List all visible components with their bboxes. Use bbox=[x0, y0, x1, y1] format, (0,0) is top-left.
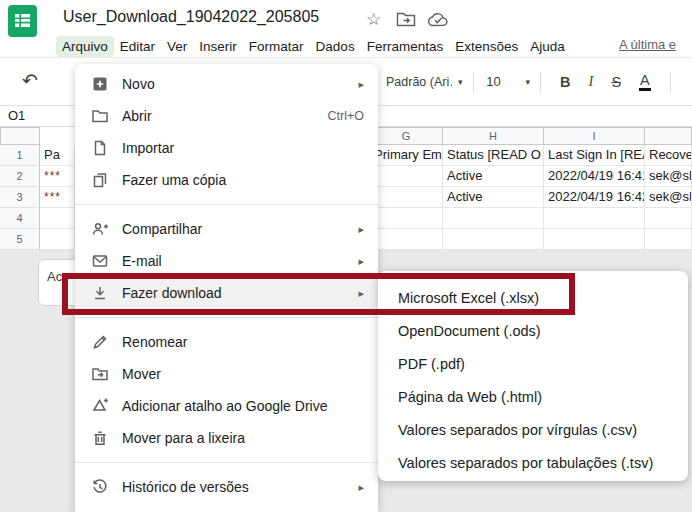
menu-separator bbox=[75, 204, 378, 205]
text-color-button[interactable]: A bbox=[639, 73, 651, 91]
file-menu-panel: Novo ▸ Abrir Ctrl+O Importar Fazer uma c… bbox=[75, 64, 378, 512]
menu-ver[interactable]: Ver bbox=[161, 36, 193, 57]
menu-item-adicionar-atalho-drive[interactable]: Adicionar atalho ao Google Drive bbox=[75, 390, 378, 422]
cell-j4[interactable] bbox=[645, 208, 692, 229]
menu-item-mover[interactable]: Mover bbox=[75, 358, 378, 390]
google-sheets-window: User_Download_19042022_205805 ☆ Arquivo … bbox=[0, 0, 692, 512]
menu-item-label: Abrir bbox=[122, 108, 328, 124]
menu-extensoes[interactable]: Extensões bbox=[449, 36, 524, 57]
menu-item-email[interactable]: E-mail ▸ bbox=[75, 245, 378, 277]
rename-pencil-icon bbox=[91, 333, 109, 351]
email-icon bbox=[91, 252, 109, 270]
cell-g1[interactable]: Primary Em bbox=[370, 145, 443, 166]
drive-shortcut-icon bbox=[91, 397, 109, 415]
menu-item-historico-de-versoes[interactable]: Histórico de versões ▸ bbox=[75, 471, 378, 503]
cell-i2[interactable]: 2022/04/19 16:41 bbox=[544, 166, 645, 187]
cell-g4[interactable] bbox=[370, 208, 443, 229]
move-to-folder-icon[interactable] bbox=[396, 11, 416, 32]
menu-item-label: Compartilhar bbox=[122, 221, 358, 237]
menu-item-fazer-uma-copia[interactable]: Fazer uma cópia bbox=[75, 164, 378, 196]
menu-inserir[interactable]: Inserir bbox=[193, 36, 243, 57]
column-header-g[interactable]: G bbox=[370, 127, 443, 145]
menu-item-renomear[interactable]: Renomear bbox=[75, 326, 378, 358]
column-header-i[interactable]: I bbox=[544, 127, 645, 145]
cell-j3[interactable]: sek@sl bbox=[645, 187, 692, 208]
cloud-saved-icon[interactable] bbox=[427, 11, 449, 32]
font-family-select[interactable]: Padrão (Ari… bbox=[386, 75, 452, 89]
row-header-1[interactable]: 1 bbox=[0, 145, 40, 166]
cell-a4[interactable] bbox=[40, 208, 75, 229]
menu-item-label: Histórico de versões bbox=[122, 479, 358, 495]
cell-j2[interactable]: sek@sl bbox=[645, 166, 692, 187]
submenu-item-ods[interactable]: OpenDocument (.ods) bbox=[378, 314, 688, 347]
open-folder-icon bbox=[91, 107, 109, 125]
cell-a2[interactable]: *** bbox=[40, 166, 75, 187]
chevron-down-icon[interactable]: ▾ bbox=[526, 77, 531, 87]
chevron-down-icon[interactable]: ▾ bbox=[458, 77, 463, 87]
menu-item-label: Renomear bbox=[122, 334, 364, 350]
cell-h5[interactable] bbox=[443, 229, 544, 250]
cell-a3[interactable]: *** bbox=[40, 187, 75, 208]
menu-item-compartilhar[interactable]: Compartilhar ▸ bbox=[75, 213, 378, 245]
download-submenu-panel: Microsoft Excel (.xlsx) OpenDocument (.o… bbox=[378, 271, 688, 481]
menu-ajuda[interactable]: Ajuda bbox=[524, 36, 571, 57]
submenu-item-csv[interactable]: Valores separados por vírgulas (.csv) bbox=[378, 413, 688, 446]
menu-item-mover-para-lixeira[interactable]: Mover para a lixeira bbox=[75, 422, 378, 454]
menu-item-novo[interactable]: Novo ▸ bbox=[75, 68, 378, 100]
cell-i4[interactable] bbox=[544, 208, 645, 229]
toolbar-divider bbox=[540, 72, 541, 92]
menu-editar[interactable]: Editar bbox=[114, 36, 161, 57]
submenu-item-html[interactable]: Página da Web (.html) bbox=[378, 380, 688, 413]
menu-ferramentas[interactable]: Ferramentas bbox=[361, 36, 450, 57]
menu-item-label: Mover bbox=[122, 366, 364, 382]
row-header-2[interactable]: 2 bbox=[0, 166, 40, 187]
select-all-corner[interactable] bbox=[0, 127, 40, 145]
download-icon bbox=[91, 284, 109, 302]
star-icon[interactable]: ☆ bbox=[366, 9, 381, 30]
cell-i5[interactable] bbox=[544, 229, 645, 250]
column-header-j[interactable] bbox=[645, 127, 692, 145]
bold-button[interactable]: B bbox=[560, 74, 570, 90]
menu-formatar[interactable]: Formatar bbox=[243, 36, 310, 57]
menu-dados[interactable]: Dados bbox=[310, 36, 361, 57]
cell-i3[interactable]: 2022/04/19 16:42 bbox=[544, 187, 645, 208]
undo-button[interactable]: ↶ bbox=[22, 69, 38, 92]
cell-j5[interactable] bbox=[645, 229, 692, 250]
row-header-4[interactable]: 4 bbox=[0, 208, 40, 229]
cell-a5[interactable] bbox=[40, 229, 75, 250]
menu-item-label: Mover para a lixeira bbox=[122, 430, 364, 446]
cell-h3[interactable]: Active bbox=[443, 187, 544, 208]
cell-h2[interactable]: Active bbox=[443, 166, 544, 187]
submenu-item-xlsx[interactable]: Microsoft Excel (.xlsx) bbox=[378, 281, 688, 314]
menu-item-label: E-mail bbox=[122, 253, 358, 269]
submenu-item-pdf[interactable]: PDF (.pdf) bbox=[378, 347, 688, 380]
menu-arquivo[interactable]: Arquivo bbox=[56, 36, 114, 57]
share-person-add-icon bbox=[91, 220, 109, 238]
strikethrough-button[interactable]: S bbox=[611, 74, 621, 90]
cell-g2[interactable] bbox=[370, 166, 443, 187]
submenu-item-tsv[interactable]: Valores separados por tabulações (.tsv) bbox=[378, 446, 688, 479]
cell-i1[interactable]: Last Sign In [REA bbox=[544, 145, 645, 166]
last-edit-link[interactable]: A última e bbox=[619, 37, 692, 52]
google-sheets-logo-icon[interactable] bbox=[8, 5, 37, 41]
italic-button[interactable]: I bbox=[589, 73, 594, 90]
cell-g3[interactable] bbox=[370, 187, 443, 208]
row-header-3[interactable]: 3 bbox=[0, 187, 40, 208]
toolbar-format-group: Padrão (Ari… ▾ 10 ▾ B I S A bbox=[386, 58, 681, 105]
menu-item-abrir[interactable]: Abrir Ctrl+O bbox=[75, 100, 378, 132]
cell-g5[interactable] bbox=[370, 229, 443, 250]
menu-item-importar[interactable]: Importar bbox=[75, 132, 378, 164]
cell-a1[interactable]: Pa bbox=[40, 145, 75, 166]
cell-h4[interactable] bbox=[443, 208, 544, 229]
menu-bar: Arquivo Editar Ver Inserir Formatar Dado… bbox=[56, 34, 571, 58]
menu-item-fazer-download[interactable]: Fazer download ▸ bbox=[75, 277, 378, 309]
menu-item-label: Novo bbox=[122, 76, 358, 92]
document-title[interactable]: User_Download_19042022_205805 bbox=[63, 8, 319, 26]
name-box[interactable]: O1 bbox=[8, 108, 25, 123]
cell-j1[interactable]: Recove bbox=[645, 145, 692, 166]
font-size-select[interactable]: 10 bbox=[484, 74, 504, 89]
row-header-5[interactable]: 5 bbox=[0, 229, 40, 250]
menu-item-label: Importar bbox=[122, 140, 364, 156]
column-header-h[interactable]: H bbox=[443, 127, 544, 145]
cell-h1[interactable]: Status [READ O bbox=[443, 145, 544, 166]
